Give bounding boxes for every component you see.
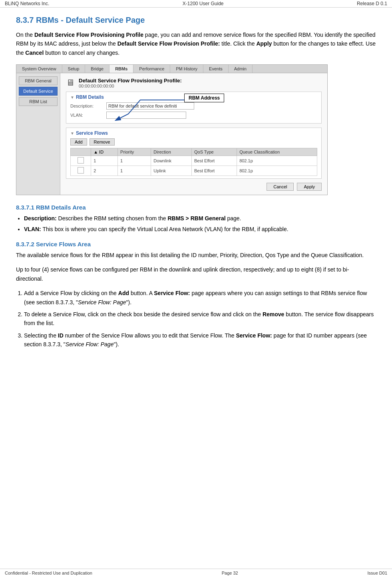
content-area: 🖥 Default Service Flow Provisioning Prof… [60,73,327,195]
table-body: 1 1 Downlink Best Effort 802.1p 2 1 Upli… [71,156,317,176]
intro-paragraph: On the Default Service Flow Provisioning… [16,30,376,57]
sidebar: RBM General Default Service RBM List [16,73,60,195]
screenshot-body: RBM General Default Service RBM List 🖥 D… [16,73,327,195]
subsection-heading-2: 8.3.7.2 Service Flows Area [16,241,376,248]
cancel-button[interactable]: Cancel [267,183,294,191]
nav-pm-history[interactable]: PM History [170,65,203,73]
th-priority: Priority [118,148,151,156]
th-queue-class: Queue Classification [237,148,317,156]
table-row: 1 1 Downlink Best Effort 802.1p [71,156,317,166]
row2-qos: Best Effort [192,166,237,176]
service-flows-title: Service Flows [70,130,317,136]
sf-para-1: The available service flows for the RBM … [16,251,376,260]
header: BLiNQ Networks Inc. X-1200 User Guide Re… [0,0,392,8]
row2-direction: Uplink [151,166,192,176]
row1-priority: 1 [118,156,151,166]
profile-title: Default Service Flow Provisioning Profil… [79,78,182,84]
sidebar-default-service[interactable]: Default Service [19,87,58,96]
profile-title-row: 🖥 Default Service Flow Provisioning Prof… [66,77,322,88]
nav-bridge[interactable]: Bridge [85,65,109,73]
footer-right: Issue D01 [367,571,387,575]
rbm-address-label: RBM Address [184,94,224,102]
sf-buttons: Add Remove [70,138,317,146]
subsection-heading-1: 8.3.7.1 RBM Details Area [16,204,376,211]
th-id[interactable]: ▲ ID [91,148,118,156]
table-header-row: ▲ ID Priority Direction QoS Type Queue C… [71,148,317,156]
service-flows-block: Service Flows Add Remove ▲ ID Priority [66,128,322,179]
footer-left: Confidential - Restricted Use and Duplic… [5,571,92,575]
nav-setup[interactable]: Setup [62,65,86,73]
apply-button[interactable]: Apply [297,183,322,191]
header-title: X-1200 User Guide [183,1,224,6]
table-row: 2 1 Uplink Best Effort 802.1p [71,166,317,176]
profile-mac: 00:00:00:00:00:00 [79,84,182,88]
sf-para-2: Up to four (4) service flows can be conf… [16,265,376,283]
screenshot-container: System Overview Setup Bridge RBMs Perfor… [16,64,328,195]
rbm-details-bullets: Description: Describes the RBM setting c… [24,214,376,234]
row1-qos: Best Effort [192,156,237,166]
sidebar-rbm-list[interactable]: RBM List [19,97,58,106]
header-company: BLiNQ Networks Inc. [5,1,49,6]
numbered-list: Add a Service Flow by clicking on the Ad… [24,289,376,349]
footer-center: Page 32 [222,571,238,575]
main-content: 8.3.7 RBMs - Default Service Page On the… [0,8,392,377]
nav-performance[interactable]: Performance [133,65,170,73]
row2-priority: 1 [118,166,151,176]
nav-rbms[interactable]: RBMs [109,65,133,73]
service-flows-table: ▲ ID Priority Direction QoS Type Queue C… [70,148,317,176]
row1-direction: Downlink [151,156,192,166]
th-direction: Direction [151,148,192,156]
monitor-icon: 🖥 [66,78,75,88]
add-button[interactable]: Add [70,138,87,146]
nav-admin[interactable]: Admin [229,65,253,73]
numbered-item-1: Add a Service Flow by clicking on the Ad… [24,289,376,307]
row1-id[interactable]: 1 [91,156,118,166]
sidebar-rbm-general[interactable]: RBM General [19,76,58,85]
nav-events[interactable]: Events [203,65,229,73]
remove-button[interactable]: Remove [90,138,115,146]
row1-queue: 802.1p [237,156,317,166]
bullet-description: Description: Describes the RBM setting c… [24,214,376,223]
action-buttons: Cancel Apply [66,183,322,191]
th-checkbox [71,148,91,156]
nav-system-overview[interactable]: System Overview [16,65,62,73]
callout-annotation: RBM Address [92,92,204,125]
numbered-item-3: Selecting the ID number of the Service F… [24,331,376,349]
numbered-item-2: To delete a Service Flow, click on the c… [24,310,376,328]
row2-checkbox[interactable] [71,166,91,176]
footer: Confidential - Restricted Use and Duplic… [0,569,392,577]
th-qos-type: QoS Type [192,148,237,156]
nav-bar: System Overview Setup Bridge RBMs Perfor… [16,65,327,73]
row1-checkbox[interactable] [71,156,91,166]
header-release: Release D 0.1 [357,1,387,6]
row2-id[interactable]: 2 [91,166,118,176]
row2-queue: 802.1p [237,166,317,176]
bullet-vlan: VLAN: This box is where you can specify … [24,225,376,234]
section-heading: 8.3.7 RBMs - Default Service Page [16,16,376,25]
